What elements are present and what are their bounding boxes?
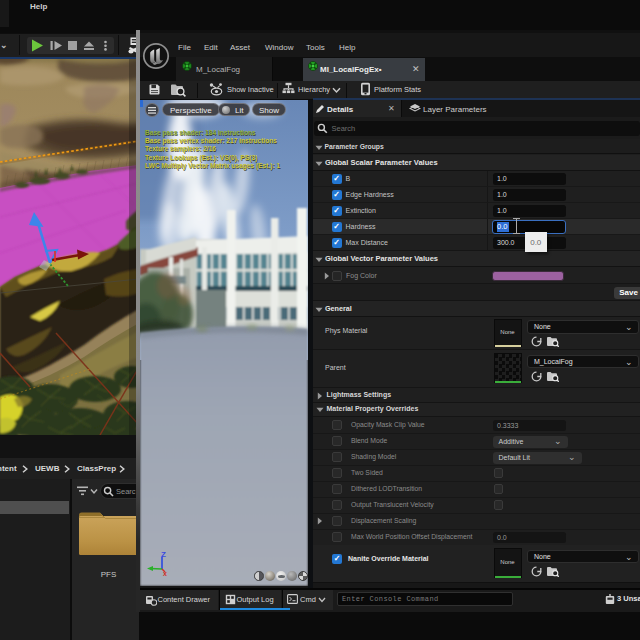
svg-text:x: x	[163, 570, 167, 576]
